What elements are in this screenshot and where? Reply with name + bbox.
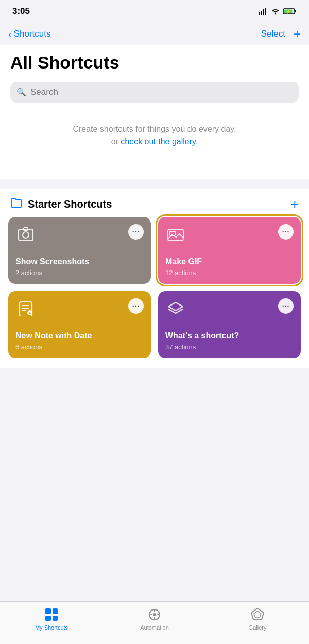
tab-automation[interactable]: Automation	[103, 607, 206, 631]
select-button[interactable]: Select	[261, 29, 285, 39]
battery-icon: ⚡	[283, 8, 297, 15]
card-top: ···	[15, 224, 144, 245]
svg-rect-3	[265, 8, 266, 15]
section-title: Starter Shortcuts	[28, 198, 112, 210]
more-button-note[interactable]: ···	[128, 298, 144, 314]
page-title: All Shortcuts	[10, 50, 299, 75]
folder-icon	[10, 198, 23, 211]
svg-rect-0	[259, 12, 260, 15]
svg-marker-19	[168, 302, 183, 311]
more-button-whats-shortcut[interactable]: ···	[278, 298, 294, 314]
note-icon: +	[15, 298, 36, 319]
card-actions-whats-shortcut: 37 actions	[165, 343, 294, 351]
signal-icon	[259, 8, 268, 15]
svg-point-21	[153, 613, 156, 616]
back-chevron-icon: ‹	[8, 29, 12, 39]
card-name-whats-shortcut: What's a shortcut?	[165, 331, 294, 342]
card-bottom: What's a shortcut? 37 actions	[165, 331, 294, 351]
empty-line1: Create shortcuts for things you do every…	[73, 125, 236, 133]
shortcut-card-whats-shortcut[interactable]: ··· What's a shortcut? 37 actions	[158, 291, 301, 358]
add-shortcut-button[interactable]: +	[294, 28, 301, 40]
svg-text:+: +	[29, 311, 31, 316]
layers-icon	[165, 298, 186, 319]
card-actions-screenshots: 2 actions	[15, 269, 144, 277]
search-icon: 🔍	[16, 88, 26, 97]
nav-right-actions: Select +	[261, 28, 301, 40]
tab-bar-spacer	[0, 368, 309, 420]
shortcuts-grid: ··· Show Screen­shots 2 actions ···	[0, 217, 309, 368]
card-actions-gif: 12 actions	[165, 269, 294, 277]
svg-rect-5	[295, 10, 297, 12]
tab-my-shortcuts[interactable]: My Shortcuts	[0, 607, 103, 631]
more-button-gif[interactable]: ···	[278, 224, 294, 240]
card-name-gif: Make GIF	[165, 257, 294, 267]
search-bar[interactable]: 🔍	[10, 82, 299, 103]
tab-gallery-label: Gallery	[249, 624, 267, 631]
starter-shortcuts-section: Starter Shortcuts + ··· Show Screen­shot…	[0, 189, 309, 368]
main-content: All Shortcuts 🔍 Create shortcuts for thi…	[0, 45, 309, 179]
more-button-screenshots[interactable]: ···	[128, 224, 144, 240]
gallery-link[interactable]: check out the gallery.	[121, 137, 198, 146]
nav-bar: ‹ Shortcuts Select +	[0, 23, 309, 45]
card-bottom: Make GIF 12 actions	[165, 257, 294, 277]
tab-my-shortcuts-label: My Shortcuts	[35, 624, 68, 631]
shortcut-card-show-screenshots[interactable]: ··· Show Screen­shots 2 actions	[8, 217, 151, 284]
svg-marker-27	[254, 611, 261, 618]
section-header-left: Starter Shortcuts	[10, 198, 112, 211]
empty-line2-prefix: or	[111, 137, 121, 146]
section-header: Starter Shortcuts +	[0, 189, 309, 217]
card-name-screenshots: Show Screen­shots	[15, 257, 144, 267]
shortcut-card-new-note[interactable]: + ··· New Note with Date 6 actions	[8, 291, 151, 358]
status-time: 3:05	[12, 6, 30, 16]
tab-automation-label: Automation	[140, 624, 169, 631]
card-actions-note: 6 actions	[15, 343, 144, 351]
my-shortcuts-icon	[44, 607, 59, 622]
tab-gallery[interactable]: Gallery	[206, 607, 309, 631]
status-bar: 3:05 ⚡	[0, 0, 309, 23]
svg-rect-1	[261, 11, 262, 15]
back-button[interactable]: ‹ Shortcuts	[8, 29, 50, 39]
section-divider	[0, 179, 309, 184]
card-name-note: New Note with Date	[15, 331, 144, 342]
section-add-button[interactable]: +	[291, 197, 299, 211]
back-label: Shortcuts	[14, 29, 51, 39]
card-top: ···	[165, 298, 294, 319]
svg-text:⚡: ⚡	[285, 9, 291, 15]
gallery-icon	[250, 607, 265, 622]
shortcut-card-make-gif[interactable]: ··· Make GIF 12 actions	[158, 217, 301, 284]
card-bottom: Show Screen­shots 2 actions	[15, 257, 144, 277]
tab-bar: My Shortcuts Automation Gallery	[0, 601, 309, 644]
svg-point-9	[23, 232, 29, 238]
search-input[interactable]	[30, 87, 293, 97]
wifi-icon	[271, 8, 280, 15]
screenshot-icon	[15, 224, 36, 245]
card-top: ···	[165, 224, 294, 245]
gif-icon	[165, 224, 186, 245]
card-bottom: New Note with Date 6 actions	[15, 331, 144, 351]
empty-state-message: Create shortcuts for things you do every…	[10, 103, 299, 168]
svg-rect-2	[263, 9, 264, 15]
status-icons: ⚡	[259, 8, 297, 15]
svg-rect-8	[19, 229, 33, 241]
card-top: + ···	[15, 298, 144, 319]
automation-icon	[147, 607, 162, 622]
